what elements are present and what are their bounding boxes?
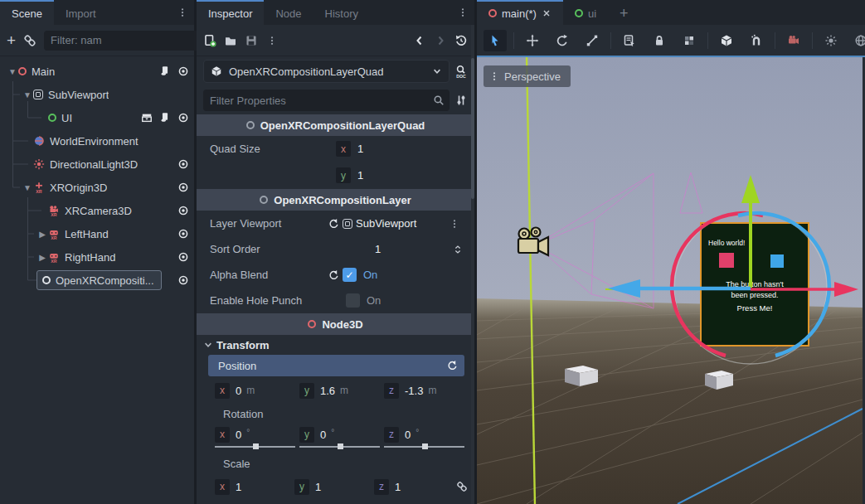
lock-button[interactable] [648, 30, 671, 51]
quad-size-y-value[interactable]: 1 [354, 169, 363, 182]
resource-menu-icon[interactable] [265, 36, 279, 46]
visibility-eye-icon[interactable] [177, 228, 189, 240]
rotation-z-slider[interactable] [384, 443, 464, 450]
collapse-icon[interactable]: ▼ [7, 67, 18, 76]
rotation-x-slider[interactable] [215, 443, 295, 450]
visibility-eye-icon[interactable] [177, 112, 189, 124]
node-selector[interactable]: OpenXRCompositionLayerQuad [203, 60, 450, 83]
rotation-y-spinbox[interactable]: y 0 ° [299, 426, 380, 443]
quad-press-me-button[interactable]: Press Me! [737, 303, 773, 313]
visibility-eye-icon[interactable] [177, 205, 189, 216]
tab-inspector[interactable]: Inspector [197, 0, 264, 25]
open-instance-icon[interactable] [141, 112, 153, 124]
prop-position-highlighted[interactable]: Position [208, 355, 464, 376]
position-x-spinbox[interactable]: x 0 m [215, 382, 295, 399]
camera-preview-button[interactable] [782, 30, 805, 51]
transform-group-header[interactable]: Transform [197, 335, 474, 355]
expand-icon[interactable]: ▶ [36, 253, 48, 262]
preview-environment-button[interactable] [849, 30, 865, 51]
rotate-tool-button[interactable] [551, 30, 574, 51]
tab-ui-scene[interactable]: ui [563, 0, 608, 25]
visibility-eye-icon[interactable] [177, 182, 189, 193]
perspective-menu[interactable]: Perspective [484, 65, 571, 87]
tab-node[interactable]: Node [264, 0, 313, 25]
visibility-eye-icon[interactable] [177, 251, 189, 263]
list-select-button[interactable] [618, 30, 641, 51]
tree-row-main[interactable]: ▼ Main [0, 60, 194, 83]
checkbox-unchecked[interactable] [346, 293, 360, 308]
tree-row-worldenvironment[interactable]: WorldEnvironment [0, 129, 194, 153]
scale-z-spinbox[interactable]: z 1 [374, 478, 450, 495]
expand-icon[interactable]: ▶ [36, 230, 48, 239]
revert-icon[interactable] [328, 218, 339, 230]
property-filter-input[interactable] [210, 94, 433, 107]
rotation-z-spinbox[interactable]: z 0 ° [384, 426, 464, 443]
collapse-icon[interactable]: ▼ [22, 183, 33, 192]
scale-link-icon[interactable] [456, 481, 468, 492]
tab-main-scene[interactable]: main(*) [477, 0, 563, 25]
scene-filter-input[interactable] [51, 34, 197, 46]
position-y-spinbox[interactable]: y 1.6 m [299, 382, 380, 399]
add-node-button[interactable]: + [7, 34, 16, 47]
xr-controller-icon: XR [48, 228, 60, 240]
layer-viewport-value[interactable]: SubViewport [356, 217, 416, 230]
quad-size-x-value[interactable]: 1 [354, 143, 363, 155]
move-tool-button[interactable] [521, 30, 544, 51]
select-tool-button[interactable] [484, 30, 507, 51]
inspector-options-icon[interactable] [454, 94, 468, 107]
scale-x-spinbox[interactable]: x 1 [215, 478, 290, 495]
revert-icon[interactable] [446, 360, 458, 371]
instance-scene-button[interactable] [23, 34, 36, 47]
rotation-y-slider[interactable] [299, 443, 380, 450]
tab-history[interactable]: History [313, 0, 370, 25]
scene-dock-menu-icon[interactable] [171, 0, 194, 25]
open-docs-button[interactable]: DOC [454, 65, 468, 78]
rotation-x-spinbox[interactable]: x 0 ° [215, 426, 295, 443]
tab-scene[interactable]: Scene [0, 0, 54, 25]
close-icon[interactable] [542, 8, 552, 18]
xr-ui-quad[interactable]: Hello world! The button hasn't been pres… [701, 223, 809, 346]
tree-row-ui[interactable]: UI [0, 106, 194, 129]
white-box-1[interactable] [565, 366, 598, 386]
new-scene-tab-button[interactable]: + [608, 0, 640, 25]
tree-row-xrcamera3d[interactable]: XR XRCamera3D [0, 199, 194, 222]
perspective-menu-icon [489, 71, 499, 81]
visibility-eye-icon[interactable] [177, 274, 189, 286]
tree-row-directionallight3d[interactable]: DirectionalLight3D [0, 153, 194, 176]
tree-row-righthand[interactable]: ▶ XR RightHand [0, 245, 194, 269]
viewport-resource-icon [343, 219, 352, 229]
inspector-menu-icon[interactable] [451, 0, 474, 25]
scale-tool-button[interactable] [581, 30, 604, 51]
scale-y-spinbox[interactable]: y 1 [294, 478, 370, 495]
checkbox-checked[interactable]: ✓ [343, 268, 357, 282]
edit-history-button[interactable] [454, 34, 468, 47]
xr-controller-icon: XR [48, 251, 60, 263]
inspector-scrollbar[interactable] [471, 25, 474, 504]
local-space-button[interactable] [715, 30, 738, 51]
revert-icon[interactable] [328, 269, 339, 281]
tab-import[interactable]: Import [54, 0, 108, 25]
selected-node-box[interactable]: OpenXRCompositi... [36, 270, 162, 290]
history-back-button[interactable] [413, 34, 426, 47]
viewport-3d-canvas[interactable]: Hello world! The button hasn't been pres… [477, 57, 863, 504]
preview-sunlight-button[interactable] [819, 30, 843, 51]
tree-row-lefthand[interactable]: ▶ XR LeftHand [0, 222, 194, 245]
visibility-eye-icon[interactable] [177, 158, 189, 170]
position-z-spinbox[interactable]: z -1.3 m [384, 382, 464, 399]
visibility-eye-icon[interactable] [177, 65, 189, 77]
spinner-icon[interactable] [453, 245, 463, 254]
tree-row-openxrcompositionlayer[interactable]: OpenXRCompositi... [0, 269, 194, 292]
load-resource-button[interactable] [224, 34, 237, 47]
tree-row-subviewport[interactable]: ▼ SubViewport [0, 83, 194, 106]
script-icon[interactable] [159, 112, 171, 124]
group-button[interactable] [678, 30, 701, 51]
new-resource-button[interactable] [203, 34, 216, 47]
save-resource-button[interactable] [245, 34, 258, 47]
tree-row-xrorigin3d[interactable]: ▼ XR XROrigin3D [0, 176, 194, 199]
sort-order-value[interactable]: 1 [328, 243, 381, 255]
resource-options-icon[interactable] [443, 219, 466, 229]
snap-button[interactable] [745, 30, 768, 51]
history-forward-button[interactable] [434, 34, 447, 47]
collapse-icon[interactable]: ▼ [22, 90, 33, 99]
script-icon[interactable] [159, 65, 171, 77]
